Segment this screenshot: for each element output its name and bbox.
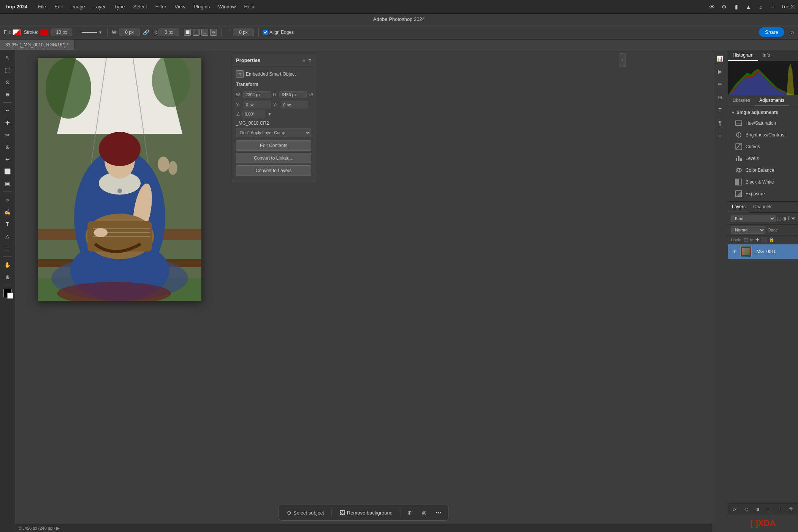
filter-pixel-icon[interactable]: ⬚ xyxy=(777,216,781,221)
search-menu-icon[interactable]: ⌕ xyxy=(757,3,765,11)
controls-icon[interactable]: ≡ xyxy=(769,3,777,11)
fx-icon[interactable]: fx xyxy=(731,505,739,513)
height-input[interactable] xyxy=(158,28,179,36)
width-input[interactable] xyxy=(119,28,140,36)
brush-tool[interactable]: ✏ xyxy=(2,130,13,140)
menu-window[interactable]: Window xyxy=(214,2,239,11)
selection-tool[interactable]: ⬚ xyxy=(2,65,13,75)
share-button[interactable]: Share xyxy=(759,27,784,37)
stroke-size-input[interactable] xyxy=(51,28,72,36)
menu-file[interactable]: File xyxy=(34,2,50,11)
menu-view[interactable]: View xyxy=(171,2,189,11)
y-field[interactable] xyxy=(281,101,308,108)
text-tool[interactable]: T xyxy=(2,219,13,230)
document-tab[interactable]: 33.3% (_MG_0010, RGB/16*) * xyxy=(0,40,74,50)
adjustments-tab[interactable]: Adjustments xyxy=(755,95,789,106)
brightness-contrast-item[interactable]: Brightness/Contrast xyxy=(730,129,796,141)
foreground-color[interactable] xyxy=(3,289,12,297)
blend-mode-select[interactable]: Normal xyxy=(731,226,765,234)
text-panel-icon[interactable]: T xyxy=(714,105,726,116)
transform-reset-btn[interactable]: ↺ xyxy=(309,90,314,99)
remove-background-button[interactable]: 🖼 Remove background xyxy=(336,508,396,518)
lasso-tool[interactable]: ⊙ xyxy=(2,77,13,87)
convert-layers-button[interactable]: Convert to Layers xyxy=(236,165,311,176)
chevron-icon[interactable]: ▼ xyxy=(98,30,103,35)
panel-menu-icon[interactable]: ≡ xyxy=(308,57,311,63)
layer-comp-select[interactable]: Don't Apply Layer Comp xyxy=(236,128,311,137)
radius-input[interactable] xyxy=(233,28,254,36)
eraser-tool[interactable]: ⬜ xyxy=(2,166,13,177)
path-tool[interactable]: △ xyxy=(2,231,13,242)
levels-item[interactable]: Levels xyxy=(730,153,796,164)
canvas-image[interactable] xyxy=(38,58,201,301)
clone-tool[interactable]: ⊛ xyxy=(2,142,13,152)
crop-tool[interactable]: ⊕ xyxy=(2,89,13,100)
height-field[interactable] xyxy=(279,91,307,98)
background-color[interactable] xyxy=(7,293,13,299)
move-tool[interactable]: ↖ xyxy=(2,52,13,63)
channels-tab[interactable]: Channels xyxy=(749,202,776,212)
line-style-preview[interactable] xyxy=(82,32,97,33)
mask-bottom-icon[interactable]: ◎ xyxy=(419,507,429,518)
lock-artboard-icon[interactable]: ⬛ xyxy=(761,237,767,242)
play-icon[interactable]: ▶ xyxy=(714,66,726,77)
lock-move-icon[interactable]: ✚ xyxy=(755,237,759,242)
new-layer-icon[interactable]: + xyxy=(776,505,784,513)
histogram-panel-icon[interactable]: 📊 xyxy=(714,53,726,64)
eyedropper-tool[interactable]: ✒ xyxy=(2,105,13,116)
exposure-item[interactable]: Exposure xyxy=(730,188,796,200)
align-edges-checkbox[interactable] xyxy=(263,30,268,35)
menu-image[interactable]: Image xyxy=(68,2,89,11)
dodge-tool[interactable]: ○ xyxy=(2,195,13,205)
lock-all-icon[interactable]: 🔒 xyxy=(769,237,774,242)
expand-icon[interactable]: » xyxy=(302,57,305,63)
dots-icon[interactable]: ⚙ xyxy=(720,3,728,11)
clone-panel-icon[interactable]: ⊛ xyxy=(714,92,726,103)
stroke-swatch[interactable] xyxy=(40,29,48,35)
more-bottom-icon[interactable]: ••• xyxy=(433,507,444,518)
status-arrow-icon[interactable]: ▶ xyxy=(56,526,60,531)
menu-filter[interactable]: Filter xyxy=(152,2,170,11)
hue-saturation-item[interactable]: Hue/Saturation xyxy=(730,117,796,129)
menu-type[interactable]: Type xyxy=(110,2,128,11)
paragraph-icon[interactable]: ¶ xyxy=(714,118,726,128)
search-icon[interactable]: ⌕ xyxy=(790,29,794,36)
crop-bottom-icon[interactable]: ⊕ xyxy=(404,507,415,518)
width-field[interactable] xyxy=(243,91,271,98)
layers-kind-select[interactable]: Kind xyxy=(731,215,776,222)
lock-pixels-icon[interactable]: ⬚ xyxy=(744,237,748,242)
group-icon[interactable]: ⬚ xyxy=(765,505,773,513)
section-chevron-icon[interactable]: ▼ xyxy=(731,111,735,115)
curves-item[interactable]: Curves xyxy=(730,141,796,152)
angle-field[interactable] xyxy=(242,111,265,117)
filter-adj-icon[interactable]: ◑ xyxy=(782,216,786,221)
black-white-item[interactable]: Black & White xyxy=(730,176,796,188)
link-icon[interactable]: 🔗 xyxy=(143,29,149,35)
mask-icon[interactable]: ◎ xyxy=(743,505,750,513)
fill-swatch[interactable] xyxy=(13,29,21,35)
hand-tool[interactable]: ✋ xyxy=(2,260,13,270)
delete-layer-icon[interactable]: 🗑 xyxy=(787,505,795,513)
align-btn-1[interactable]: ⬜ xyxy=(184,29,191,36)
pen-tool[interactable]: ✍ xyxy=(2,207,13,217)
brush-panel-icon[interactable]: ✏ xyxy=(714,79,726,90)
menu-edit[interactable]: Edit xyxy=(51,2,66,11)
adjustment-layer-icon[interactable]: ◑ xyxy=(754,505,761,513)
edit-contents-button[interactable]: Edit Contents xyxy=(236,140,311,151)
filter-smart-icon[interactable]: ✱ xyxy=(791,216,795,221)
convert-linked-button[interactable]: Convert to Linked... xyxy=(236,153,311,163)
color-balance-item[interactable]: Color Balance xyxy=(730,165,796,176)
align-btn-4[interactable]: ⚙ xyxy=(210,29,217,36)
libraries-tab[interactable]: Libraries xyxy=(728,95,755,106)
menu-plugins[interactable]: Plugins xyxy=(190,2,214,11)
x-field[interactable] xyxy=(244,101,271,108)
select-subject-button[interactable]: ⊙ Select subject xyxy=(283,508,328,518)
angle-chevron-icon[interactable]: ▼ xyxy=(268,112,272,116)
healing-tool[interactable]: ✚ xyxy=(2,117,13,128)
align-btn-3[interactable]: ☰ xyxy=(201,29,208,36)
layers-panel-icon[interactable]: ≡ xyxy=(714,131,726,141)
align-btn-2[interactable]: ⬛ xyxy=(193,29,200,36)
histogram-tab[interactable]: Histogram xyxy=(728,50,758,61)
filter-type-icon[interactable]: T xyxy=(787,216,790,221)
lock-paint-icon[interactable]: ✏ xyxy=(750,237,754,242)
